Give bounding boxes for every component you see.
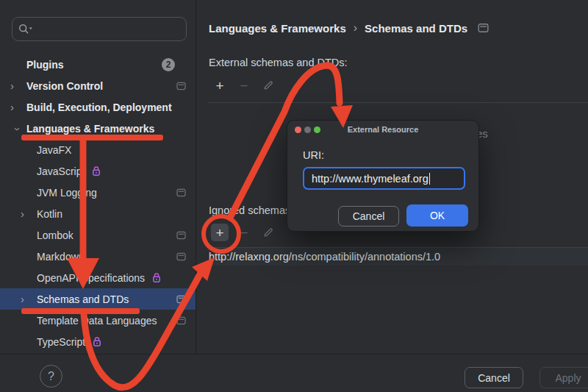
sidebar-item-kotlin[interactable]: › Kotlin	[0, 203, 196, 224]
sidebar-item-schemas-and-dtds[interactable]: › Schemas and DTDs	[0, 288, 196, 310]
external-resource-dialog: External Resource URI: http://www.thymel…	[287, 120, 479, 232]
ide-scope-icon	[176, 252, 186, 261]
settings-window: Plugins 2 › Version Control › Build, Exe…	[0, 0, 588, 392]
sidebar-item-label: JVM Logging	[37, 187, 97, 199]
help-label: ?	[48, 370, 54, 383]
settings-tree: Plugins 2 › Version Control › Build, Exe…	[0, 54, 196, 352]
sidebar-item-label: Kotlin	[37, 208, 62, 220]
ide-scope-icon	[176, 188, 186, 197]
lock-icon	[91, 165, 101, 177]
add-icon[interactable]: +	[211, 224, 229, 241]
sidebar-item-jvm-logging[interactable]: JVM Logging	[0, 182, 196, 203]
sidebar-item-label: JavaFX	[37, 144, 71, 156]
chevron-right-icon[interactable]: ›	[9, 101, 26, 113]
sidebar-item-label: Build, Execution, Deployment	[26, 101, 172, 113]
sidebar-item-label: Languages & Frameworks	[26, 123, 154, 135]
ide-scope-icon	[176, 295, 186, 304]
sidebar-item-label: TypeScript	[37, 336, 85, 348]
help-button[interactable]: ?	[40, 365, 62, 388]
breadcrumb-separator-icon: ›	[354, 21, 357, 35]
sidebar-item-build-execution-deployment[interactable]: › Build, Execution, Deployment	[0, 96, 196, 118]
breadcrumb: Languages & Frameworks › Schemas and DTD…	[209, 21, 489, 35]
dialog-cancel-button[interactable]: Cancel	[338, 206, 399, 227]
sidebar-item-template-data-languages[interactable]: Template Data Languages	[0, 310, 196, 331]
sidebar-item-markdown[interactable]: Markdown	[0, 246, 196, 267]
external-list-divider	[208, 102, 588, 103]
external-schemas-toolbar: + −	[211, 76, 277, 94]
text-caret	[429, 173, 431, 185]
chevron-right-icon[interactable]: ›	[19, 208, 37, 219]
dialog-ok-button[interactable]: OK	[406, 204, 468, 227]
uri-label: URI:	[303, 149, 324, 161]
breadcrumb-parent[interactable]: Languages & Frameworks	[209, 22, 346, 35]
search-icon	[18, 24, 35, 35]
ignored-schema-url: http://relaxng.org/ns/compatibility/anno…	[208, 251, 440, 263]
sidebar-item-plugins[interactable]: Plugins 2	[0, 54, 196, 75]
plugins-count-badge: 2	[162, 58, 175, 71]
apply-button[interactable]: Apply	[539, 367, 588, 388]
remove-icon[interactable]: −	[235, 224, 253, 241]
sidebar-item-label: OpenAPI Specifications	[37, 272, 145, 284]
sidebar-item-lombok[interactable]: Lombok	[0, 224, 196, 246]
sidebar-item-javascript[interactable]: JavaScript	[0, 160, 196, 182]
sidebar-item-languages-frameworks[interactable]: › Languages & Frameworks	[0, 118, 196, 139]
chevron-down-icon[interactable]: ›	[12, 121, 24, 138]
ide-scope-icon	[176, 316, 186, 325]
edit-pencil-icon[interactable]	[259, 224, 277, 241]
sidebar-item-label: Lombok	[37, 229, 74, 241]
ignored-schemas-toolbar: + −	[211, 224, 277, 241]
uri-value: http://www.thymeleaf.org	[312, 173, 429, 185]
cancel-button[interactable]: Cancel	[465, 367, 523, 388]
add-icon[interactable]: +	[211, 76, 229, 94]
sidebar-item-version-control[interactable]: › Version Control	[0, 75, 196, 96]
ide-scope-icon	[176, 82, 186, 90]
lock-icon	[151, 272, 162, 283]
chevron-right-icon[interactable]: ›	[9, 80, 26, 91]
external-schemas-label: External schemas and DTDs:	[209, 57, 348, 68]
sidebar-item-label: Template Data Languages	[37, 315, 157, 327]
ide-scope-icon	[176, 231, 186, 240]
dialog-title: External Resource	[287, 125, 478, 134]
ignored-schema-row[interactable]: http://relaxng.org/ns/compatibility/anno…	[208, 248, 588, 266]
sidebar-item-javafx[interactable]: JavaFX	[0, 139, 196, 160]
uri-input[interactable]: http://www.thymeleaf.org	[303, 167, 465, 190]
lock-icon	[92, 336, 102, 347]
sidebar-item-label: Version Control	[26, 80, 103, 92]
sidebar-item-label: Plugins	[26, 59, 64, 71]
sidebar-item-label: JavaScript	[37, 165, 85, 177]
search-input[interactable]	[37, 24, 180, 35]
edit-pencil-icon[interactable]	[259, 76, 277, 94]
ide-scope-icon	[478, 23, 489, 33]
sidebar-item-label: Schemas and DTDs	[37, 293, 129, 305]
footer-bar: ? Cancel Apply	[0, 354, 588, 392]
sidebar-item-typescript[interactable]: TypeScript	[0, 331, 196, 352]
search-field[interactable]	[12, 17, 187, 41]
chevron-right-icon[interactable]: ›	[19, 293, 37, 304]
remove-icon[interactable]: −	[235, 76, 253, 94]
settings-sidebar: Plugins 2 › Version Control › Build, Exe…	[0, 0, 196, 354]
sidebar-item-openapi-specifications[interactable]: OpenAPI Specifications	[0, 267, 196, 288]
breadcrumb-current: Schemas and DTDs	[365, 22, 467, 35]
sidebar-item-label: Markdown	[37, 251, 85, 263]
